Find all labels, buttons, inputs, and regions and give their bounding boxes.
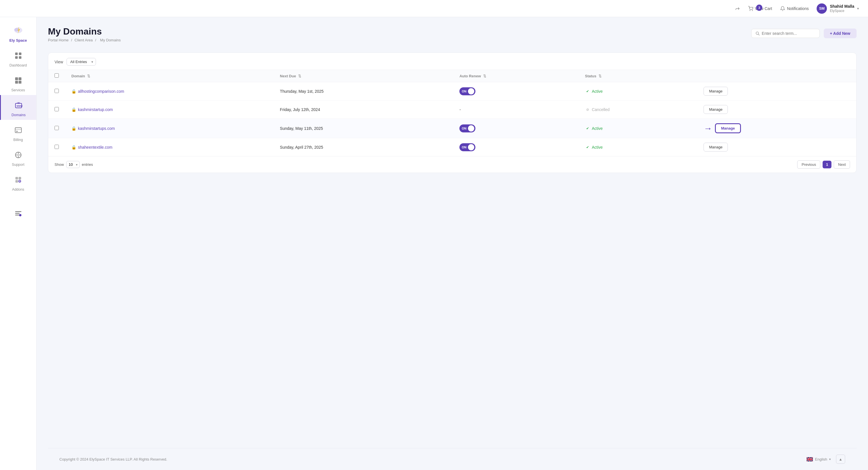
- show-select-wrap[interactable]: 10 25 50: [66, 161, 80, 168]
- next-button[interactable]: Next: [834, 160, 850, 169]
- scroll-top-button[interactable]: ▲: [836, 455, 845, 464]
- row3-status-badge: ✔ Active: [585, 126, 691, 131]
- svg-rect-6: [15, 53, 18, 55]
- user-name: Shahid Malla: [830, 4, 854, 9]
- row2-status-badge: ⊘ Cancelled: [585, 107, 691, 112]
- sort-icon-next-due[interactable]: ⇅: [298, 74, 301, 78]
- svg-rect-33: [15, 213, 20, 214]
- user-menu[interactable]: SM Shahid Malla ElySpace ▾: [816, 3, 859, 14]
- row4-auto-renew: ON: [453, 138, 579, 156]
- sort-icon-auto-renew[interactable]: ⇅: [483, 74, 486, 78]
- show-select[interactable]: 10 25 50: [66, 161, 80, 168]
- svg-point-5: [14, 28, 19, 31]
- search-box[interactable]: [751, 29, 820, 38]
- table-footer: Show 10 25 50 entries Previous 1 Next: [48, 156, 856, 173]
- lock-icon-green: 🔒: [71, 89, 76, 94]
- row4-manage-button[interactable]: Manage: [704, 143, 728, 152]
- row1-checkbox-cell: [48, 82, 65, 100]
- svg-text:$: $: [16, 130, 18, 133]
- scroll-top-icon: ▲: [839, 457, 843, 462]
- view-label: View: [55, 60, 63, 64]
- breadcrumb-sep-2: /: [95, 38, 97, 42]
- sort-icon-status[interactable]: ⇅: [598, 74, 601, 78]
- breadcrumb-client-area[interactable]: Client Area: [74, 38, 93, 42]
- row4-toggle[interactable]: ON: [459, 143, 475, 151]
- row4-checkbox[interactable]: [55, 145, 59, 149]
- extra-icon: [12, 207, 25, 220]
- sort-icon-domain[interactable]: ⇅: [87, 74, 90, 78]
- row4-action: Manage: [697, 138, 856, 156]
- svg-rect-8: [15, 56, 18, 59]
- select-all-checkbox[interactable]: [55, 73, 59, 78]
- share-icon-button[interactable]: [735, 6, 740, 11]
- table-row: 🔒 kashmirstartup.com Friday, July 12th, …: [48, 100, 856, 119]
- domain-table: Domain ⇅ Next Due ⇅ Auto Renew ⇅ Statu: [48, 70, 856, 156]
- row3-checkbox-cell: [48, 119, 65, 138]
- breadcrumb-portal-home[interactable]: Portal Home: [48, 38, 68, 42]
- row3-manage-button[interactable]: Manage: [716, 124, 740, 132]
- logo[interactable]: Ely Space: [9, 17, 27, 45]
- table-row: 🔒 kashmirstartups.com Sunday, May 11th, …: [48, 119, 856, 138]
- add-new-button[interactable]: + Add New: [824, 29, 857, 38]
- share-icon: [735, 6, 740, 11]
- svg-text:www: www: [16, 104, 23, 107]
- row2-manage-button[interactable]: Manage: [704, 105, 728, 114]
- sidebar-item-addons[interactable]: + Addons: [0, 169, 36, 194]
- row1-status: ✔ Active: [579, 82, 698, 100]
- language-selector[interactable]: English ▾: [807, 457, 831, 462]
- breadcrumb: Portal Home / Client Area / My Domains: [48, 38, 122, 42]
- row1-domain-link[interactable]: 🔒 allhostingcomparison.com: [71, 89, 267, 94]
- row2-next-due: Friday, July 12th, 2024: [274, 100, 453, 119]
- arrow-indicator: →: [704, 124, 712, 133]
- notifications-label: Notifications: [787, 6, 809, 11]
- row2-domain-cell: 🔒 kashmirstartup.com: [65, 100, 274, 119]
- svg-point-0: [750, 10, 750, 11]
- row2-auto-renew: -: [453, 100, 579, 119]
- sidebar-item-label-addons: Addons: [12, 188, 24, 192]
- breadcrumb-sep-1: /: [71, 38, 73, 42]
- svg-point-35: [19, 214, 22, 216]
- svg-rect-11: [19, 77, 22, 80]
- svg-rect-13: [19, 81, 22, 83]
- row3-domain-link[interactable]: 🔒 kashmirstartups.com: [71, 126, 267, 131]
- previous-button[interactable]: Previous: [797, 160, 820, 169]
- view-select[interactable]: All Entries: [66, 58, 96, 66]
- row3-toggle[interactable]: ON: [459, 125, 475, 132]
- row1-toggle-label: ON: [462, 90, 467, 93]
- row2-checkbox[interactable]: [55, 107, 59, 111]
- row2-status: ⊘ Cancelled: [579, 100, 698, 119]
- sidebar-item-support[interactable]: Support: [0, 145, 36, 169]
- sidebar-item-billing[interactable]: $ Billing: [0, 120, 36, 145]
- row2-status-label: Cancelled: [592, 107, 610, 112]
- copyright-text: Copyright © 2024 ElySpace IT Services LL…: [59, 457, 167, 462]
- svg-rect-18: [15, 129, 22, 130]
- row4-domain-link[interactable]: 🔒 shaheentextile.com: [71, 145, 267, 149]
- row1-toggle[interactable]: ON: [459, 87, 475, 95]
- row3-next-due: Sunday, May 11th, 2025: [274, 119, 453, 138]
- table-row: 🔒 allhostingcomparison.com Thursday, May…: [48, 82, 856, 100]
- domains-icon: www: [12, 99, 25, 111]
- th-action: [697, 70, 856, 82]
- row3-toggle-label: ON: [462, 127, 467, 130]
- addons-icon: +: [12, 173, 25, 186]
- search-input[interactable]: [762, 31, 815, 36]
- notifications-button[interactable]: Notifications: [780, 6, 809, 11]
- row1-checkbox[interactable]: [55, 89, 59, 93]
- sidebar-item-label-support: Support: [12, 163, 25, 167]
- row3-status-label: Active: [592, 126, 603, 131]
- sidebar-item-extra[interactable]: [0, 203, 36, 222]
- logo-icon: [10, 22, 26, 38]
- view-select-wrap[interactable]: All Entries: [66, 58, 96, 66]
- row1-manage-button[interactable]: Manage: [704, 87, 728, 96]
- current-page: 1: [823, 161, 832, 168]
- notification-badge: 3: [756, 5, 762, 11]
- sidebar-item-services[interactable]: Services: [0, 70, 36, 95]
- row2-domain-link[interactable]: 🔒 kashmirstartup.com: [71, 107, 267, 112]
- row3-domain-cell: 🔒 kashmirstartups.com: [65, 119, 274, 138]
- uk-flag-icon: [807, 457, 813, 462]
- status-active-icon: ✔: [585, 89, 590, 94]
- sidebar-item-domains[interactable]: www Domains: [0, 95, 36, 120]
- svg-text:+: +: [19, 179, 21, 182]
- row3-checkbox[interactable]: [55, 126, 59, 130]
- sidebar-item-dashboard[interactable]: Dashboard: [0, 45, 36, 70]
